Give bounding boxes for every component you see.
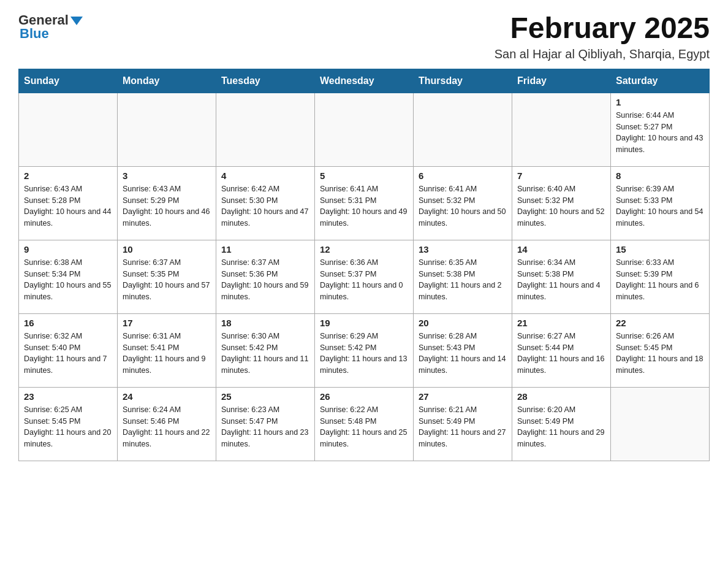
calendar-day-cell xyxy=(512,93,611,166)
day-info: Sunrise: 6:43 AMSunset: 5:29 PMDaylight:… xyxy=(123,183,211,229)
calendar-header-cell: Tuesday xyxy=(216,69,315,93)
day-number: 23 xyxy=(24,391,112,402)
day-info: Sunrise: 6:40 AMSunset: 5:32 PMDaylight:… xyxy=(517,183,605,229)
day-number: 4 xyxy=(221,170,309,181)
day-number: 14 xyxy=(517,244,605,255)
day-info: Sunrise: 6:33 AMSunset: 5:39 PMDaylight:… xyxy=(616,257,704,303)
day-info: Sunrise: 6:26 AMSunset: 5:45 PMDaylight:… xyxy=(616,331,704,377)
calendar-header-cell: Sunday xyxy=(19,69,118,93)
day-number: 21 xyxy=(517,318,605,328)
calendar-header-row: SundayMondayTuesdayWednesdayThursdayFrid… xyxy=(19,69,710,93)
day-info: Sunrise: 6:31 AMSunset: 5:41 PMDaylight:… xyxy=(123,331,211,377)
calendar-day-cell: 20Sunrise: 6:28 AMSunset: 5:43 PMDayligh… xyxy=(414,313,512,387)
day-info: Sunrise: 6:25 AMSunset: 5:45 PMDaylight:… xyxy=(24,404,112,450)
day-info: Sunrise: 6:28 AMSunset: 5:43 PMDaylight:… xyxy=(419,331,507,377)
day-info: Sunrise: 6:30 AMSunset: 5:42 PMDaylight:… xyxy=(221,331,309,377)
calendar-day-cell xyxy=(216,93,315,166)
calendar-day-cell: 10Sunrise: 6:37 AMSunset: 5:35 PMDayligh… xyxy=(118,240,216,313)
day-number: 16 xyxy=(24,318,112,328)
calendar-day-cell: 23Sunrise: 6:25 AMSunset: 5:45 PMDayligh… xyxy=(19,387,118,461)
day-info: Sunrise: 6:22 AMSunset: 5:48 PMDaylight:… xyxy=(320,404,408,450)
calendar-header-cell: Saturday xyxy=(611,69,710,93)
day-number: 10 xyxy=(123,244,211,255)
calendar-body: 1Sunrise: 6:44 AMSunset: 5:27 PMDaylight… xyxy=(19,93,710,461)
day-info: Sunrise: 6:24 AMSunset: 5:46 PMDaylight:… xyxy=(123,404,211,450)
page-header: General Blue February 2025 San al Hajar … xyxy=(18,12,710,61)
calendar-day-cell: 18Sunrise: 6:30 AMSunset: 5:42 PMDayligh… xyxy=(216,313,315,387)
day-info: Sunrise: 6:42 AMSunset: 5:30 PMDaylight:… xyxy=(221,183,309,229)
day-number: 6 xyxy=(419,170,507,181)
calendar-day-cell: 7Sunrise: 6:40 AMSunset: 5:32 PMDaylight… xyxy=(512,166,611,240)
calendar-day-cell: 13Sunrise: 6:35 AMSunset: 5:38 PMDayligh… xyxy=(414,240,512,313)
day-info: Sunrise: 6:34 AMSunset: 5:38 PMDaylight:… xyxy=(517,257,605,303)
day-number: 1 xyxy=(616,97,704,107)
calendar-day-cell: 2Sunrise: 6:43 AMSunset: 5:28 PMDaylight… xyxy=(19,166,118,240)
day-info: Sunrise: 6:21 AMSunset: 5:49 PMDaylight:… xyxy=(419,404,507,450)
day-info: Sunrise: 6:41 AMSunset: 5:32 PMDaylight:… xyxy=(419,183,507,229)
calendar-day-cell: 17Sunrise: 6:31 AMSunset: 5:41 PMDayligh… xyxy=(118,313,216,387)
day-info: Sunrise: 6:41 AMSunset: 5:31 PMDaylight:… xyxy=(320,183,408,229)
day-number: 2 xyxy=(24,170,112,181)
logo-arrow-icon xyxy=(70,17,83,25)
day-number: 3 xyxy=(123,170,211,181)
day-number: 11 xyxy=(221,244,309,255)
day-info: Sunrise: 6:32 AMSunset: 5:40 PMDaylight:… xyxy=(24,331,112,377)
day-number: 7 xyxy=(517,170,605,181)
day-number: 18 xyxy=(221,318,309,328)
calendar-day-cell xyxy=(19,93,118,166)
calendar-day-cell: 1Sunrise: 6:44 AMSunset: 5:27 PMDaylight… xyxy=(611,93,710,166)
calendar-day-cell: 8Sunrise: 6:39 AMSunset: 5:33 PMDaylight… xyxy=(611,166,710,240)
day-info: Sunrise: 6:27 AMSunset: 5:44 PMDaylight:… xyxy=(517,331,605,377)
day-info: Sunrise: 6:29 AMSunset: 5:42 PMDaylight:… xyxy=(320,331,408,377)
calendar-week-row: 16Sunrise: 6:32 AMSunset: 5:40 PMDayligh… xyxy=(19,313,710,387)
calendar-header-cell: Thursday xyxy=(414,69,512,93)
calendar-day-cell: 15Sunrise: 6:33 AMSunset: 5:39 PMDayligh… xyxy=(611,240,710,313)
day-number: 12 xyxy=(320,244,408,255)
day-info: Sunrise: 6:37 AMSunset: 5:36 PMDaylight:… xyxy=(221,257,309,303)
day-number: 8 xyxy=(616,170,704,181)
calendar-header: SundayMondayTuesdayWednesdayThursdayFrid… xyxy=(19,69,710,93)
day-number: 17 xyxy=(123,318,211,328)
calendar-day-cell: 12Sunrise: 6:36 AMSunset: 5:37 PMDayligh… xyxy=(315,240,414,313)
calendar-week-row: 2Sunrise: 6:43 AMSunset: 5:28 PMDaylight… xyxy=(19,166,710,240)
calendar-table: SundayMondayTuesdayWednesdayThursdayFrid… xyxy=(18,69,710,461)
calendar-week-row: 1Sunrise: 6:44 AMSunset: 5:27 PMDaylight… xyxy=(19,93,710,166)
calendar-day-cell: 4Sunrise: 6:42 AMSunset: 5:30 PMDaylight… xyxy=(216,166,315,240)
calendar-title: February 2025 xyxy=(495,12,710,45)
calendar-header-cell: Monday xyxy=(118,69,216,93)
title-block: February 2025 San al Hajar al Qibliyah, … xyxy=(495,12,710,61)
day-info: Sunrise: 6:23 AMSunset: 5:47 PMDaylight:… xyxy=(221,404,309,450)
calendar-day-cell xyxy=(315,93,414,166)
calendar-week-row: 9Sunrise: 6:38 AMSunset: 5:34 PMDaylight… xyxy=(19,240,710,313)
day-number: 5 xyxy=(320,170,408,181)
calendar-day-cell: 19Sunrise: 6:29 AMSunset: 5:42 PMDayligh… xyxy=(315,313,414,387)
day-number: 15 xyxy=(616,244,704,255)
day-number: 22 xyxy=(616,318,704,328)
day-number: 28 xyxy=(517,391,605,402)
calendar-day-cell xyxy=(611,387,710,461)
calendar-day-cell: 28Sunrise: 6:20 AMSunset: 5:49 PMDayligh… xyxy=(512,387,611,461)
day-number: 24 xyxy=(123,391,211,402)
calendar-day-cell: 9Sunrise: 6:38 AMSunset: 5:34 PMDaylight… xyxy=(19,240,118,313)
logo-blue-text: Blue xyxy=(20,26,49,42)
day-number: 26 xyxy=(320,391,408,402)
calendar-day-cell: 21Sunrise: 6:27 AMSunset: 5:44 PMDayligh… xyxy=(512,313,611,387)
day-number: 25 xyxy=(221,391,309,402)
calendar-day-cell: 16Sunrise: 6:32 AMSunset: 5:40 PMDayligh… xyxy=(19,313,118,387)
logo: General Blue xyxy=(18,12,83,42)
day-info: Sunrise: 6:35 AMSunset: 5:38 PMDaylight:… xyxy=(419,257,507,303)
calendar-day-cell xyxy=(118,93,216,166)
day-info: Sunrise: 6:43 AMSunset: 5:28 PMDaylight:… xyxy=(24,183,112,229)
day-number: 20 xyxy=(419,318,507,328)
day-number: 19 xyxy=(320,318,408,328)
day-info: Sunrise: 6:39 AMSunset: 5:33 PMDaylight:… xyxy=(616,183,704,229)
calendar-subtitle: San al Hajar al Qibliyah, Sharqia, Egypt xyxy=(495,47,710,61)
day-number: 13 xyxy=(419,244,507,255)
calendar-day-cell: 6Sunrise: 6:41 AMSunset: 5:32 PMDaylight… xyxy=(414,166,512,240)
day-number: 27 xyxy=(419,391,507,402)
calendar-header-cell: Friday xyxy=(512,69,611,93)
calendar-day-cell: 14Sunrise: 6:34 AMSunset: 5:38 PMDayligh… xyxy=(512,240,611,313)
day-number: 9 xyxy=(24,244,112,255)
calendar-day-cell: 3Sunrise: 6:43 AMSunset: 5:29 PMDaylight… xyxy=(118,166,216,240)
calendar-day-cell: 5Sunrise: 6:41 AMSunset: 5:31 PMDaylight… xyxy=(315,166,414,240)
